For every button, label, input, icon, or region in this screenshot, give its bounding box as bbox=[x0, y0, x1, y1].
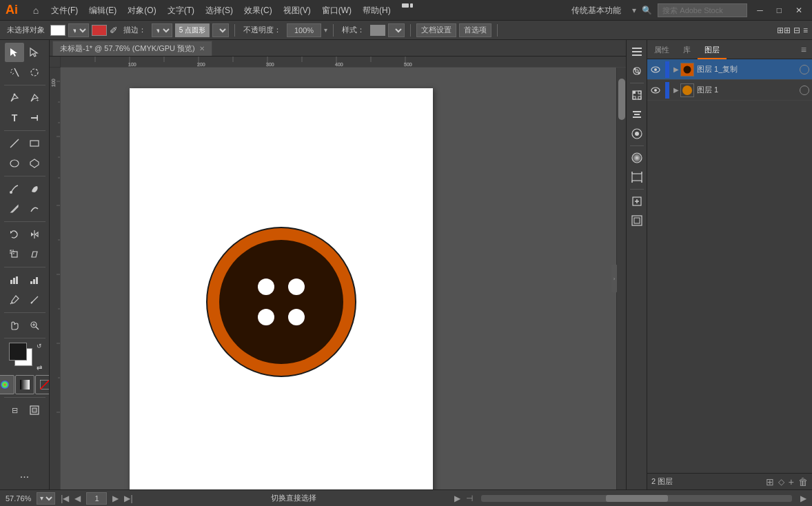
window-close[interactable]: ✕ bbox=[791, 6, 806, 15]
rect-tool[interactable] bbox=[25, 134, 44, 153]
blob-brush-tool[interactable] bbox=[25, 179, 44, 199]
more-tools-btn[interactable]: ··· bbox=[15, 467, 34, 487]
canvas-viewport[interactable]: › bbox=[61, 68, 626, 489]
line-tool[interactable] bbox=[5, 134, 24, 153]
swap-colors-btn[interactable]: ⇄ bbox=[37, 364, 42, 372]
prev-page-btn[interactable]: ◀ bbox=[74, 494, 81, 503]
fill-select[interactable]: ▾ bbox=[68, 23, 89, 37]
layer-eye-icon-1[interactable] bbox=[650, 85, 661, 96]
zoom-tool[interactable] bbox=[25, 316, 44, 335]
align-panel-btn[interactable] bbox=[628, 105, 646, 123]
hand-tool[interactable] bbox=[5, 316, 24, 335]
horizontal-scrollbar[interactable] bbox=[481, 495, 792, 502]
rotate-tool[interactable] bbox=[5, 225, 24, 244]
tab-close-btn[interactable]: ✕ bbox=[199, 45, 205, 52]
stroke-select[interactable]: ▾ bbox=[152, 23, 172, 37]
magic-wand-tool[interactable] bbox=[5, 63, 24, 82]
layer-expand-copy[interactable]: ▶ bbox=[673, 65, 678, 73]
panel-menu-btn[interactable]: ≡ bbox=[795, 44, 812, 55]
fill-color-swatch[interactable] bbox=[50, 25, 65, 36]
select-tool[interactable] bbox=[5, 43, 24, 62]
type-vertical-tool[interactable]: T bbox=[25, 108, 44, 128]
new-layer-btn[interactable]: + bbox=[789, 476, 794, 487]
tab-libraries[interactable]: 库 bbox=[676, 40, 698, 59]
properties-panel-btn[interactable] bbox=[628, 43, 646, 61]
menu-effect[interactable]: 效果(C) bbox=[238, 0, 278, 21]
export-panel-btn[interactable] bbox=[628, 192, 646, 210]
menu-object[interactable]: 对象(O) bbox=[122, 0, 161, 21]
next-page-end-btn[interactable]: ▶| bbox=[124, 494, 132, 503]
none-btn[interactable] bbox=[35, 375, 50, 394]
brush-tool[interactable] bbox=[5, 179, 24, 199]
color-btn[interactable] bbox=[0, 375, 14, 394]
layer-row-copy[interactable]: ▶ 图层 1_复制 bbox=[647, 59, 812, 80]
active-tab[interactable]: 未标题-1* @ 57.76% (CMYK/GPU 预览) ✕ bbox=[52, 41, 212, 56]
zoom-select[interactable]: ▾ bbox=[37, 492, 55, 505]
stroke-color-swatch[interactable] bbox=[92, 25, 107, 36]
gradient-btn[interactable] bbox=[15, 375, 34, 394]
new-sublayer-btn[interactable]: ◇ bbox=[778, 477, 784, 487]
panel-collapse-handle[interactable]: › bbox=[611, 265, 617, 292]
scale-tool[interactable] bbox=[5, 245, 24, 264]
page-number-input[interactable] bbox=[86, 492, 107, 505]
transform-icon[interactable]: ⊟ bbox=[793, 26, 800, 35]
play-btn[interactable]: ▶ bbox=[454, 494, 460, 503]
fg-color-swatch[interactable] bbox=[9, 343, 27, 361]
new-layer-from-btn[interactable]: ⊞ bbox=[766, 476, 774, 487]
layer-eye-icon-copy[interactable] bbox=[650, 64, 661, 75]
panel-icon[interactable]: ≡ bbox=[803, 26, 808, 35]
pen-add-tool[interactable]: + bbox=[25, 88, 44, 108]
menu-type[interactable]: 文字(T) bbox=[162, 0, 200, 21]
delete-layer-btn[interactable]: 🗑 bbox=[798, 476, 808, 487]
reflect-tool[interactable] bbox=[25, 225, 44, 244]
window-minimize[interactable]: ─ bbox=[753, 6, 767, 15]
artboard-btn[interactable] bbox=[25, 401, 44, 420]
home-icon[interactable]: ⌂ bbox=[26, 1, 45, 20]
default-colors-btn[interactable]: ↺ bbox=[37, 343, 42, 350]
opacity-input[interactable] bbox=[287, 23, 321, 37]
layer-expand-1[interactable]: ▶ bbox=[673, 86, 678, 94]
switch-selection-label[interactable]: 切换直接选择 bbox=[139, 493, 449, 503]
menu-file[interactable]: 文件(F) bbox=[45, 0, 83, 21]
direct-select-tool[interactable] bbox=[25, 43, 44, 62]
prev-page-start-btn[interactable]: |◀ bbox=[61, 494, 69, 503]
screen-mode-btn[interactable]: ⊟ bbox=[5, 401, 24, 420]
artboards-panel-btn[interactable] bbox=[628, 168, 646, 186]
pencil-tool[interactable] bbox=[5, 199, 24, 219]
preferences-btn[interactable]: 首选项 bbox=[459, 23, 491, 37]
libraries-panel-btn[interactable] bbox=[628, 62, 646, 80]
ellipse-tool[interactable] bbox=[5, 154, 24, 173]
column-graph-tool[interactable] bbox=[25, 270, 44, 290]
menu-window[interactable]: 窗口(W) bbox=[316, 0, 357, 21]
end-btn[interactable]: ⊣ bbox=[466, 494, 473, 503]
menu-edit[interactable]: 编辑(E) bbox=[83, 0, 122, 21]
grid-icon[interactable] bbox=[402, 3, 418, 14]
tab-properties[interactable]: 属性 bbox=[647, 40, 676, 59]
vscroll-thumb[interactable] bbox=[618, 79, 625, 120]
embed-panel-btn[interactable] bbox=[628, 212, 646, 230]
menu-help[interactable]: 帮助(H) bbox=[357, 0, 396, 21]
smooth-tool[interactable] bbox=[25, 199, 44, 219]
vertical-scrollbar[interactable]: › bbox=[616, 68, 626, 489]
layer-row-1[interactable]: ▶ 图层 1 bbox=[647, 80, 812, 101]
opacity-chevron[interactable]: ▾ bbox=[324, 26, 327, 34]
measure-tool[interactable] bbox=[25, 290, 44, 310]
workspace-btn[interactable]: 传统基本功能 bbox=[566, 0, 627, 21]
window-maximize[interactable]: □ bbox=[773, 6, 786, 15]
layer-target-copy[interactable] bbox=[800, 65, 809, 74]
shear-tool[interactable] bbox=[25, 245, 44, 264]
transform-panel-btn[interactable] bbox=[628, 86, 646, 104]
pen-tool[interactable] bbox=[5, 88, 24, 108]
scroll-right-btn[interactable]: ▶ bbox=[800, 494, 806, 503]
next-page-btn[interactable]: ▶ bbox=[112, 494, 119, 503]
stroke-style-select[interactable]: ▾ bbox=[212, 23, 229, 37]
polygon-tool[interactable] bbox=[25, 154, 44, 173]
hscroll-thumb[interactable] bbox=[606, 495, 668, 502]
layer-target-1[interactable] bbox=[800, 85, 809, 95]
style-select[interactable]: ▾ bbox=[388, 23, 405, 37]
arrange-icon[interactable]: ⊞⊞ bbox=[777, 26, 791, 35]
search-input[interactable] bbox=[658, 3, 747, 17]
transparency-panel-btn[interactable] bbox=[628, 125, 646, 143]
doc-settings-btn[interactable]: 文档设置 bbox=[416, 23, 456, 37]
style-swatch[interactable] bbox=[370, 25, 385, 36]
